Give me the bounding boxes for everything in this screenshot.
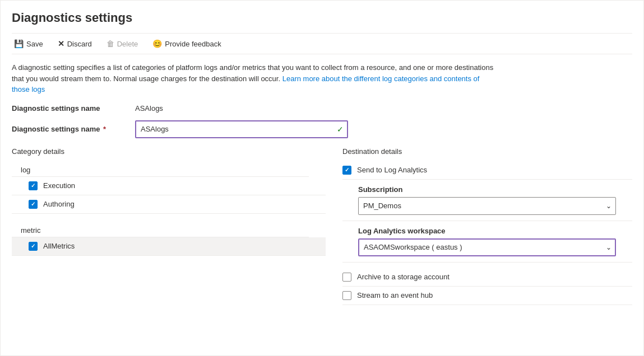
settings-name-static-row: Diagnostic settings name ASAlogs [12,104,632,113]
log-group-label: log [12,161,326,176]
archive-storage-checkbox[interactable] [342,273,351,282]
settings-name-input-label: Diagnostic settings name * [12,125,135,133]
diagnostics-settings-page: Diagnostics settings 💾 Save ✕ Discard 🗑 … [0,0,644,356]
subscription-label: Subscription [358,185,632,194]
discard-icon: ✕ [58,39,64,48]
execution-checkbox[interactable] [29,181,38,190]
save-button[interactable]: 💾 Save [12,38,45,49]
log-analytics-workspace-select[interactable]: ASAOMSworkspace ( eastus ) [358,238,616,256]
list-item: Execution [12,177,326,195]
main-content: Category details log Execution Authoring… [12,147,632,305]
archive-storage-label: Archive to a storage account [357,273,450,281]
settings-name-input-wrapper: ✓ [135,120,348,138]
metric-group: metric AllMetrics [12,222,326,256]
send-to-log-analytics-row: Send to Log Analytics [342,161,632,180]
subscription-select[interactable]: PM_Demos [358,197,616,215]
destination-details-panel: Destination details Send to Log Analytic… [326,147,632,305]
send-to-log-analytics-checkbox[interactable] [342,166,351,175]
category-details-label: Category details [12,147,326,156]
archive-storage-row: Archive to a storage account [342,268,632,287]
settings-name-static-value: ASAlogs [135,104,163,113]
list-item: AllMetrics [12,237,326,256]
subscription-select-wrapper: PM_Demos ⌄ [358,197,616,215]
authoring-label: Authoring [43,200,75,208]
stream-event-hub-checkbox[interactable] [342,291,351,300]
destination-details-label: Destination details [342,147,632,156]
toolbar: 💾 Save ✕ Discard 🗑 Delete 😊 Provide feed… [12,33,632,54]
category-details-panel: Category details log Execution Authoring… [12,147,326,305]
log-analytics-workspace-label: Log Analytics workspace [358,227,632,235]
stream-event-hub-label: Stream to an event hub [357,291,433,299]
description-text: A diagnostic setting specifies a list of… [12,62,494,95]
list-item: Authoring [12,195,326,214]
authoring-checkbox[interactable] [29,200,38,209]
feedback-button[interactable]: 😊 Provide feedback [150,38,223,49]
metric-group-label: metric [12,222,326,237]
subscription-section: Subscription PM_Demos ⌄ [342,180,632,221]
delete-button[interactable]: 🗑 Delete [104,38,141,49]
settings-name-static-label: Diagnostic settings name [12,104,135,113]
save-icon: 💾 [14,39,24,48]
stream-event-hub-row: Stream to an event hub [342,287,632,305]
feedback-icon: 😊 [152,39,162,48]
log-analytics-workspace-section: Log Analytics workspace ASAOMSworkspace … [342,221,632,263]
discard-button[interactable]: ✕ Discard [55,38,94,49]
settings-name-field-row: Diagnostic settings name * ✓ [12,120,632,138]
required-asterisk: * [103,125,106,133]
settings-name-input[interactable] [135,120,348,138]
page-title: Diagnostics settings [12,11,632,25]
execution-label: Execution [43,181,75,190]
log-analytics-workspace-select-wrapper: ASAOMSworkspace ( eastus ) ⌄ [358,238,616,256]
allmetrics-label: AllMetrics [43,242,75,250]
log-group: log Execution Authoring [12,161,326,214]
input-valid-icon: ✓ [337,125,344,134]
send-to-log-analytics-label: Send to Log Analytics [357,166,427,174]
delete-icon: 🗑 [106,39,114,48]
allmetrics-checkbox[interactable] [29,242,38,251]
